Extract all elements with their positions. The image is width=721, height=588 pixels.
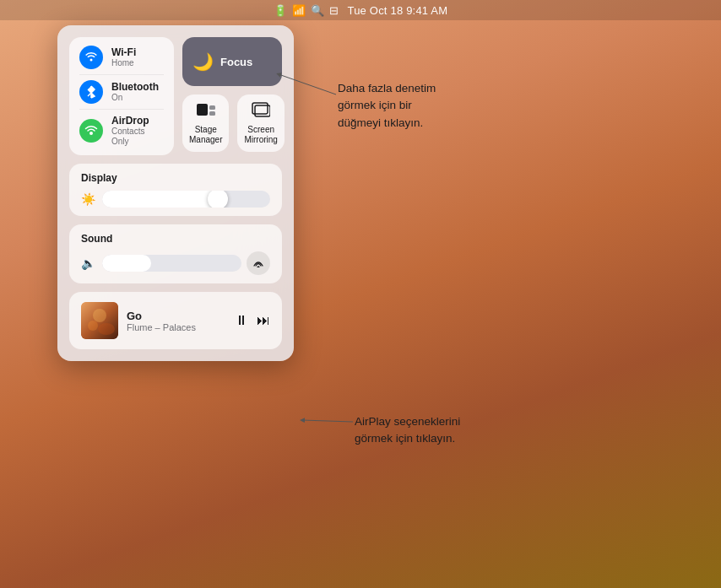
bluetooth-text: Bluetooth On [111, 81, 159, 103]
wifi-sub: Home [111, 58, 136, 68]
bluetooth-item[interactable]: Bluetooth On [79, 74, 164, 104]
menubar-controls-icon: ⊟ [329, 4, 339, 17]
music-controls: ⏸ ⏭ [235, 313, 270, 328]
screen-mirroring-tile[interactable]: Screen Mirroring [237, 94, 284, 152]
volume-icon: 🔈 [81, 256, 95, 270]
top-tiles-row: Wi-Fi Home [69, 37, 282, 155]
bluetooth-name: Bluetooth [111, 81, 159, 93]
wifi-text: Wi-Fi Home [111, 46, 136, 68]
annotation-button-line3: düğmeyi tıklayın. [338, 116, 423, 129]
menubar-wifi-icon: 📶 [292, 4, 306, 17]
svg-marker-9 [257, 266, 260, 267]
music-section: Go Flume – Palaces ⏸ ⏭ [69, 292, 282, 349]
stage-manager-label: Stage Manager [189, 125, 222, 145]
wifi-icon [79, 46, 103, 69]
wifi-item[interactable]: Wi-Fi Home [79, 46, 164, 69]
menubar-search-icon[interactable]: 🔍 [311, 4, 324, 17]
bluetooth-sub: On [111, 93, 159, 103]
annotation-airplay-line1: AirPlay seçeneklerini [355, 415, 460, 428]
focus-tile[interactable]: 🌙 Focus [182, 37, 282, 86]
screen-mirroring-label: Screen Mirroring [244, 125, 277, 145]
annotation-button-line2: görmek için bir [338, 99, 412, 111]
sound-slider[interactable] [102, 255, 241, 272]
screen-mirroring-icon [252, 102, 270, 121]
svg-rect-5 [209, 105, 215, 110]
focus-moon-icon: 🌙 [192, 51, 214, 72]
music-artist: Flume – Palaces [127, 322, 226, 332]
menubar-date-text: Tue Oct 18 9:41 AM [348, 4, 448, 17]
music-info: Go Flume – Palaces [127, 310, 226, 332]
sound-slider-row: 🔈 [81, 251, 270, 275]
svg-rect-4 [197, 104, 208, 116]
album-art [81, 302, 118, 339]
sound-label: Sound [81, 233, 270, 245]
svg-point-13 [98, 323, 115, 335]
annotation-airplay-line2: görmek için tıklayın. [355, 432, 455, 445]
wifi-name: Wi-Fi [111, 46, 136, 58]
svg-line-15 [302, 420, 353, 422]
airdrop-text: AirDrop Contacts Only [111, 115, 164, 147]
stage-manager-icon [197, 102, 215, 121]
control-center-panel: Wi-Fi Home [57, 25, 294, 361]
airplay-button[interactable] [247, 251, 270, 275]
annotation-airplay-tip: AirPlay seçeneklerini görmek için tıklay… [355, 413, 460, 448]
annotation-button-text: Daha fazla denetim görmek için bir düğme… [338, 80, 436, 132]
annotation-button-line1: Daha fazla denetim [338, 82, 436, 94]
connectivity-tile: Wi-Fi Home [69, 37, 174, 155]
annotation-button-tip: Daha fazla denetim görmek için bir düğme… [338, 80, 436, 132]
album-art-inner [81, 302, 118, 339]
svg-point-11 [93, 309, 106, 322]
annotation-airplay-text: AirPlay seçeneklerini görmek için tıklay… [355, 413, 460, 448]
sound-section: Sound 🔈 [69, 224, 282, 283]
focus-label: Focus [220, 56, 252, 68]
svg-point-3 [89, 132, 93, 135]
display-slider[interactable] [102, 191, 270, 208]
airdrop-name: AirDrop [111, 115, 164, 127]
display-section: Display ☀️ [69, 164, 282, 216]
display-slider-fill [102, 191, 220, 208]
display-label: Display [81, 172, 270, 184]
music-title: Go [127, 310, 226, 322]
airdrop-icon [79, 119, 103, 143]
stage-manager-tile[interactable]: Stage Manager [182, 94, 229, 152]
brightness-icon: ☀️ [81, 192, 95, 206]
skip-forward-button[interactable]: ⏭ [257, 313, 270, 328]
right-column: 🌙 Focus Stage Manager [182, 37, 282, 155]
small-tiles-row: Stage Manager Screen Mirroring [182, 94, 282, 152]
svg-rect-6 [209, 111, 215, 116]
desktop: 🔋 📶 🔍 ⊟ Tue Oct 18 9:41 AM Wi-Fi [0, 0, 721, 588]
display-slider-row: ☀️ [81, 191, 270, 208]
sound-slider-fill [102, 255, 151, 272]
display-slider-thumb [208, 191, 228, 208]
menubar-datetime: 🔋 📶 🔍 ⊟ Tue Oct 18 9:41 AM [274, 4, 448, 17]
menubar-battery-icon: 🔋 [274, 4, 287, 17]
bluetooth-icon [79, 80, 103, 104]
airdrop-item[interactable]: AirDrop Contacts Only [79, 109, 164, 147]
svg-point-12 [88, 321, 98, 331]
pause-button[interactable]: ⏸ [235, 313, 248, 328]
airdrop-sub: Contacts Only [111, 127, 164, 147]
menubar: 🔋 📶 🔍 ⊟ Tue Oct 18 9:41 AM [0, 0, 721, 20]
sound-slider-group [102, 251, 270, 275]
